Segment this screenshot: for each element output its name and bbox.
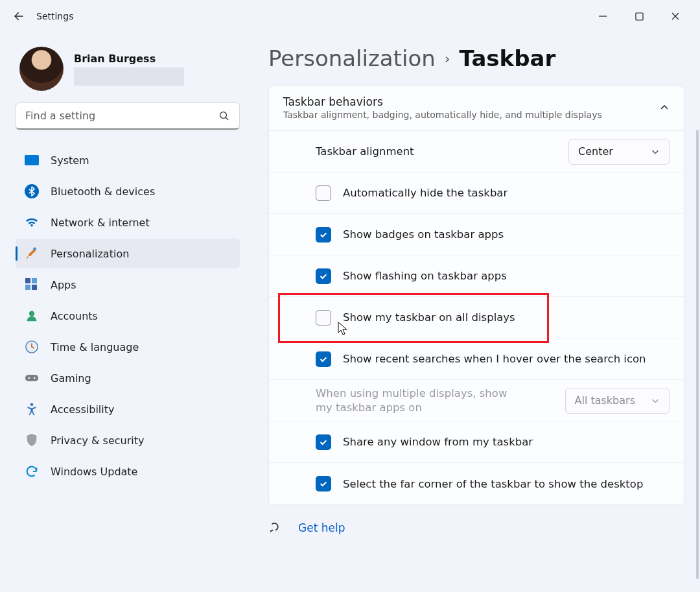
system-icon	[25, 153, 39, 167]
chevron-up-icon	[659, 102, 670, 113]
svg-rect-8	[25, 375, 38, 381]
search-input-container[interactable]	[16, 102, 240, 130]
checkbox-share-window[interactable]	[316, 434, 331, 450]
minimize-icon	[598, 12, 607, 21]
svg-rect-5	[32, 285, 37, 290]
svg-point-10	[34, 377, 36, 379]
maximize-button[interactable]	[627, 6, 651, 27]
checkbox-far-corner[interactable]	[316, 476, 331, 491]
multi-display-dropdown: All taskbars	[565, 388, 670, 414]
back-button[interactable]	[8, 6, 29, 27]
update-icon	[25, 464, 39, 479]
sidebar-item-update[interactable]: Windows Update	[16, 456, 240, 486]
alignment-dropdown[interactable]: Center	[568, 139, 670, 165]
chevron-down-icon	[651, 396, 660, 405]
sidebar-item-network[interactable]: Network & internet	[16, 207, 240, 237]
minimize-button[interactable]	[591, 6, 614, 27]
svg-rect-2	[25, 278, 30, 283]
sidebar-item-system[interactable]: System	[16, 145, 240, 175]
maximize-icon	[635, 12, 644, 21]
panel-header[interactable]: Taskbar behaviors Taskbar alignment, bad…	[269, 86, 684, 131]
help-section: Get help	[268, 505, 684, 541]
option-recent-searches[interactable]: Show recent searches when I hover over t…	[269, 338, 684, 380]
option-flashing[interactable]: Show flashing on taskbar apps	[269, 255, 684, 297]
breadcrumb-parent[interactable]: Personalization	[268, 45, 436, 71]
wifi-icon	[25, 215, 39, 230]
user-email-placeholder	[74, 67, 184, 86]
bluetooth-icon	[25, 184, 39, 198]
paintbrush-icon	[25, 246, 39, 261]
taskbar-behaviors-panel: Taskbar behaviors Taskbar alignment, bad…	[268, 86, 684, 505]
svg-point-1	[220, 112, 227, 118]
sidebar-item-gaming[interactable]: Gaming	[16, 363, 240, 393]
clock-globe-icon	[25, 340, 39, 354]
search-icon	[218, 110, 230, 122]
sidebar-item-accounts[interactable]: Accounts	[16, 301, 240, 331]
search-input[interactable]	[25, 110, 218, 122]
close-button[interactable]	[664, 6, 687, 27]
sidebar-item-personalization[interactable]: Personalization	[16, 239, 240, 268]
user-name: Brian Burgess	[74, 53, 184, 65]
svg-point-9	[29, 377, 30, 379]
breadcrumb: Personalization › Taskbar	[268, 45, 684, 71]
app-title: Settings	[36, 11, 73, 21]
option-badges[interactable]: Show badges on taskbar apps	[269, 214, 684, 255]
sidebar-item-apps[interactable]: Apps	[16, 270, 240, 300]
svg-rect-4	[25, 285, 30, 290]
sidebar-item-bluetooth[interactable]: Bluetooth & devices	[16, 176, 240, 206]
sidebar-item-accessibility[interactable]: Accessibility	[16, 394, 240, 424]
option-multi-display-apps: When using multiple displays, show my ta…	[269, 380, 684, 421]
user-profile[interactable]: Brian Burgess	[19, 47, 240, 91]
scrollbar[interactable]	[696, 130, 699, 579]
svg-point-11	[30, 403, 34, 406]
help-icon	[268, 521, 283, 535]
checkbox-all-displays[interactable]	[316, 310, 331, 326]
apps-icon	[25, 278, 39, 292]
option-all-displays[interactable]: Show my taskbar on all displays	[269, 297, 684, 338]
checkbox-badges[interactable]	[316, 227, 331, 243]
close-icon	[671, 12, 680, 21]
sidebar-item-time-language[interactable]: Time & language	[16, 332, 240, 362]
option-far-corner[interactable]: Select the far corner of the taskbar to …	[269, 463, 684, 504]
checkbox-recent-searches[interactable]	[316, 351, 331, 367]
gamepad-icon	[25, 371, 39, 385]
avatar	[19, 47, 64, 91]
option-share-window[interactable]: Share any window from my taskbar	[269, 421, 684, 463]
accessibility-icon	[25, 402, 39, 416]
checkbox-flashing[interactable]	[316, 268, 331, 284]
taskbar-alignment-row: Taskbar alignment Center	[269, 131, 684, 172]
arrow-left-icon	[12, 10, 25, 23]
sidebar-item-privacy[interactable]: Privacy & security	[16, 425, 240, 455]
svg-rect-0	[636, 13, 643, 20]
svg-rect-3	[32, 278, 37, 283]
checkbox-auto-hide[interactable]	[316, 185, 331, 201]
get-help-link[interactable]: Get help	[298, 521, 345, 534]
chevron-down-icon	[651, 147, 660, 156]
alignment-label: Taskbar alignment	[316, 145, 414, 158]
panel-title: Taskbar behaviors	[283, 95, 602, 108]
shield-icon	[25, 433, 39, 447]
chevron-right-icon: ›	[445, 51, 450, 67]
person-icon	[25, 309, 39, 323]
option-auto-hide[interactable]: Automatically hide the taskbar	[269, 172, 684, 214]
panel-subtitle: Taskbar alignment, badging, automaticall…	[283, 110, 602, 120]
breadcrumb-current: Taskbar	[460, 45, 556, 71]
cursor-icon	[338, 322, 348, 336]
svg-point-6	[29, 311, 34, 316]
